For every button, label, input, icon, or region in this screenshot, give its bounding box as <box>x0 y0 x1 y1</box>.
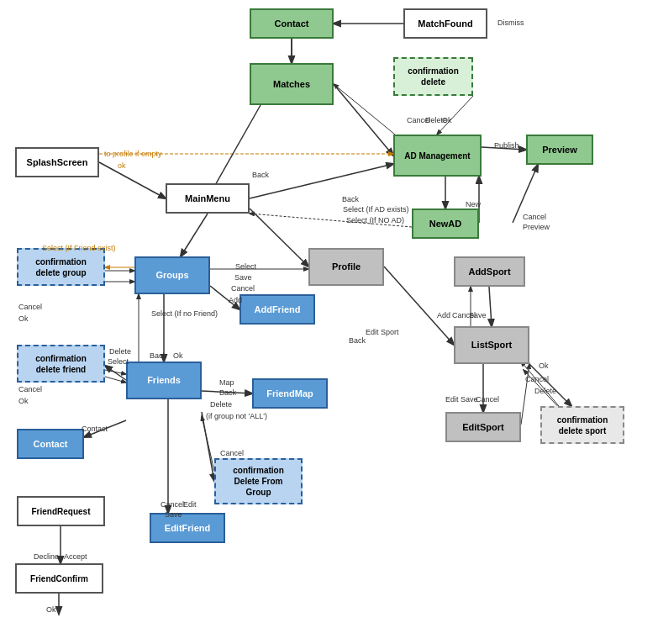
svg-line-20 <box>105 377 126 383</box>
edge-label: Select <box>235 262 256 271</box>
edge-label: Decline <box>34 552 59 561</box>
edge-label: to profile if empty <box>104 150 162 158</box>
edge-label: Ok <box>18 314 29 323</box>
svg-line-26 <box>384 267 454 345</box>
edge-label: Cancel <box>523 213 546 221</box>
edge-label: ok <box>118 161 126 170</box>
edge-label: Ok <box>173 351 183 360</box>
node-conf_del_from_group: confirmation Delete From Group <box>214 458 303 504</box>
node-profile: Profile <box>308 248 384 286</box>
node-matches: Matches <box>250 63 334 105</box>
node-mainmenu: MainMenu <box>166 183 250 214</box>
svg-line-8 <box>482 147 526 150</box>
svg-line-31 <box>521 362 559 406</box>
edge-label: Select (If no Friend) <box>151 309 218 318</box>
edge-label: Dismiss <box>497 18 524 27</box>
edge-label: Back <box>252 171 269 179</box>
edge-label: Save <box>461 395 478 404</box>
node-editfriend: EditFriend <box>150 513 225 543</box>
node-friendrequest: FriendRequest <box>17 496 105 526</box>
edge-label: Cancel <box>452 311 476 319</box>
node-ad_management: AD Management <box>393 135 482 177</box>
edge-label: Ok <box>442 116 452 124</box>
svg-line-21 <box>202 391 252 393</box>
svg-line-25 <box>84 420 126 437</box>
edge-label: Back <box>219 388 236 397</box>
node-conf_delete: confirmation delete <box>393 57 473 96</box>
svg-line-37 <box>334 84 395 135</box>
edge-label: Edit Sport <box>366 328 399 336</box>
node-editsport: EditSport <box>445 412 521 442</box>
edge-label: Accept <box>64 552 87 561</box>
edge-label: Back <box>349 336 366 345</box>
edge-label: Preview <box>523 223 550 231</box>
edge-label: Publish <box>494 141 519 150</box>
edge-label: Delete <box>534 387 556 395</box>
node-conf_delete_friend: confirmation delete friend <box>17 345 105 383</box>
node-friendmap: FriendMap <box>252 378 328 409</box>
edge-label: Delete <box>109 347 131 356</box>
svg-line-6 <box>250 164 393 198</box>
node-addsport: AddSport <box>454 256 525 287</box>
edge-label: Select (If NO AD) <box>346 216 404 224</box>
svg-line-39 <box>250 214 412 227</box>
node-groups: Groups <box>134 256 210 294</box>
node-listsport: ListSport <box>454 326 529 364</box>
edge-label: Add <box>437 311 450 319</box>
svg-line-18 <box>105 366 126 380</box>
edge-label: Cancel <box>231 284 255 293</box>
edge-label: Ok <box>539 362 549 370</box>
edge-label: Select (If AD exists) <box>343 205 409 214</box>
edge-label: Save <box>234 273 252 282</box>
svg-line-27 <box>489 287 492 326</box>
diagram: ContactMatchFoundMatchesconfirmation del… <box>0 0 658 644</box>
edge-label: Map <box>219 378 234 387</box>
node-preview: Preview <box>526 135 593 165</box>
svg-line-19 <box>105 370 126 374</box>
node-addfriend: AddFriend <box>240 294 315 325</box>
node-friends: Friends <box>126 362 202 399</box>
edge-label: Cancel <box>476 395 499 404</box>
svg-line-3 <box>334 84 393 156</box>
edge-label: Cancel <box>407 116 430 124</box>
edge-label: Ok <box>46 605 56 614</box>
edge-label: Edit <box>445 395 459 404</box>
node-conf_delete_group: confirmation delete group <box>17 248 105 286</box>
edge-label: Ok <box>18 397 29 405</box>
svg-line-33 <box>521 364 529 425</box>
node-conf_delete_sport: confirmation delete sport <box>540 406 624 444</box>
node-contact_top: Contact <box>250 8 334 39</box>
svg-line-38 <box>437 96 473 135</box>
node-newad: NewAD <box>412 209 479 239</box>
edge-label: Edit <box>183 500 197 509</box>
svg-line-30 <box>529 364 571 406</box>
edge-label: Cancel <box>220 449 244 457</box>
edge-label: Back <box>342 195 359 203</box>
node-splashscreen: SplashScreen <box>15 147 99 177</box>
edge-label: (if group not 'ALL') <box>206 412 267 420</box>
edge-label: New <box>466 200 481 209</box>
svg-line-4 <box>99 162 166 198</box>
svg-line-13 <box>210 286 240 309</box>
svg-line-11 <box>181 214 208 256</box>
edge-label: Delete <box>210 400 232 409</box>
node-friendconfirm: FriendConfirm <box>15 563 103 594</box>
node-contact_bottom: Contact <box>17 429 84 459</box>
svg-line-24 <box>202 416 214 471</box>
edge-label: Cancel <box>161 500 184 509</box>
edge-label: Cancel <box>18 385 42 393</box>
edge-label: Save <box>469 311 487 319</box>
svg-line-12 <box>250 209 308 267</box>
edge-label: Delete <box>425 116 447 124</box>
svg-line-23 <box>202 412 214 481</box>
edge-label: Back <box>150 351 166 360</box>
edge-label: Cancel <box>525 375 549 383</box>
svg-line-10 <box>513 165 538 223</box>
edge-label: Contact <box>82 425 108 433</box>
edge-label: Cancel <box>18 303 42 311</box>
node-matchfound: MatchFound <box>403 8 487 39</box>
